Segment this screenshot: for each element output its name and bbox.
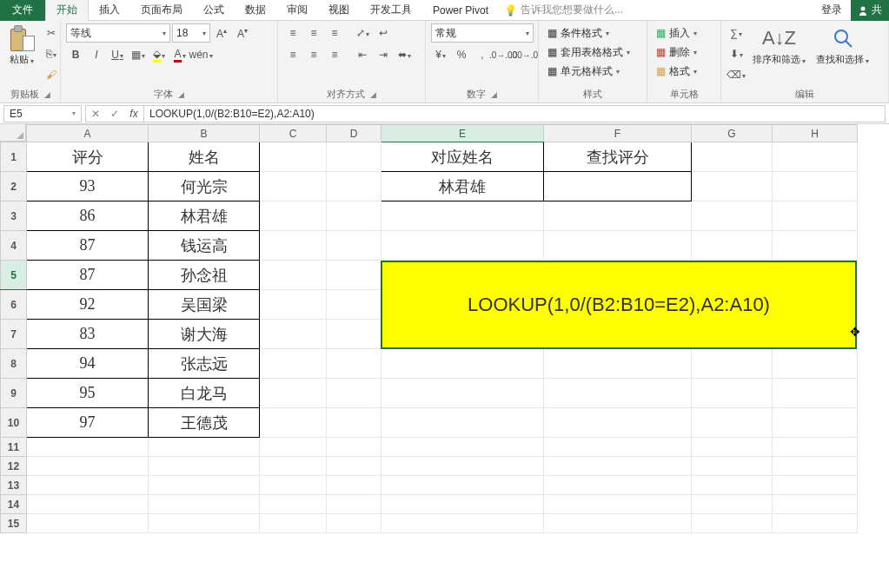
cell-A2[interactable]: 93: [27, 172, 149, 202]
cell-F3[interactable]: [544, 202, 692, 231]
cell-E2[interactable]: 林君雄: [381, 172, 544, 202]
cell-C8[interactable]: [260, 349, 327, 379]
cell-E9[interactable]: [381, 379, 544, 408]
accounting-button[interactable]: ¥: [431, 45, 450, 64]
align-bottom-button[interactable]: ≡: [325, 23, 344, 43]
decrease-font-button[interactable]: A▾: [233, 23, 252, 43]
cell-H10[interactable]: [773, 408, 858, 438]
tab-formulas[interactable]: 公式: [193, 0, 235, 21]
cell-F13[interactable]: [544, 476, 692, 495]
cell-A11[interactable]: [27, 438, 149, 457]
cell-E1[interactable]: 对应姓名: [381, 142, 544, 172]
align-left-button[interactable]: ≡: [283, 45, 302, 64]
cell-A5[interactable]: 87: [27, 261, 149, 290]
cell-H14[interactable]: [773, 495, 858, 514]
copy-button[interactable]: ⎘: [42, 44, 61, 63]
cell-C5[interactable]: [260, 261, 327, 290]
cell-A14[interactable]: [27, 495, 149, 514]
rowhdr-9[interactable]: 9: [1, 379, 27, 408]
border-button[interactable]: ▦: [129, 45, 148, 64]
cell-E14[interactable]: [381, 495, 544, 514]
cell-H11[interactable]: [773, 438, 858, 457]
cell-A3[interactable]: 86: [27, 202, 149, 231]
col-C[interactable]: C: [260, 125, 327, 142]
col-D[interactable]: D: [327, 125, 381, 142]
cell-D13[interactable]: [327, 476, 381, 495]
cell-B1[interactable]: 姓名: [149, 142, 260, 172]
cell-G9[interactable]: [692, 379, 773, 408]
share-button[interactable]: 共: [851, 0, 889, 21]
cell-F9[interactable]: [544, 379, 692, 408]
cell-C2[interactable]: [260, 172, 327, 202]
fill-button[interactable]: ⬇: [726, 44, 746, 63]
cell-A12[interactable]: [27, 457, 149, 476]
font-color-button[interactable]: A: [170, 45, 189, 64]
cell-E8[interactable]: [381, 349, 544, 379]
cell-F1[interactable]: 查找评分: [544, 142, 692, 172]
tab-dev[interactable]: 开发工具: [360, 0, 422, 21]
percent-button[interactable]: %: [452, 45, 471, 64]
font-name-select[interactable]: 等线▾: [66, 23, 170, 43]
bold-button[interactable]: B: [66, 45, 85, 64]
cell-G8[interactable]: [692, 349, 773, 379]
increase-indent-button[interactable]: ⇥: [374, 45, 393, 64]
formula-input[interactable]: LOOKUP(1,0/(B2:B10=E2),A2:A10): [144, 105, 886, 122]
cell-D12[interactable]: [327, 457, 381, 476]
cell-F15[interactable]: [544, 514, 692, 533]
fx-button[interactable]: fx: [124, 106, 143, 122]
cell-C3[interactable]: [260, 202, 327, 231]
align-middle-button[interactable]: ≡: [304, 23, 323, 43]
cell-H1[interactable]: [773, 142, 858, 172]
cell-B14[interactable]: [149, 495, 260, 514]
cell-G13[interactable]: [692, 476, 773, 495]
conditional-format-button[interactable]: ▦条件格式▾: [544, 23, 613, 43]
cell-A1[interactable]: 评分: [27, 142, 149, 172]
cell-B11[interactable]: [149, 438, 260, 457]
cancel-formula-button[interactable]: ✕: [86, 106, 105, 122]
align-launcher[interactable]: ◢: [370, 90, 376, 99]
underline-button[interactable]: U: [108, 45, 127, 64]
rowhdr-12[interactable]: 12: [1, 457, 27, 476]
col-A[interactable]: A: [27, 125, 149, 142]
cell-C10[interactable]: [260, 408, 327, 438]
tab-insert[interactable]: 插入: [89, 0, 130, 21]
cell-C7[interactable]: [260, 320, 327, 349]
cell-A7[interactable]: 83: [27, 320, 149, 349]
cell-H2[interactable]: [773, 172, 858, 202]
cell-B4[interactable]: 钱运高: [149, 231, 260, 261]
cell-B10[interactable]: 王德茂: [149, 408, 260, 438]
cell-B8[interactable]: 张志远: [149, 349, 260, 379]
col-F[interactable]: F: [544, 125, 692, 142]
rowhdr-13[interactable]: 13: [1, 476, 27, 495]
rowhdr-2[interactable]: 2: [1, 172, 27, 202]
delete-cells-button[interactable]: ▦删除▾: [653, 43, 700, 62]
tab-review[interactable]: 审阅: [276, 0, 318, 21]
tab-file[interactable]: 文件: [0, 0, 45, 21]
cell-G14[interactable]: [692, 495, 773, 514]
format-painter-button[interactable]: 🖌: [42, 65, 61, 84]
cell-E3[interactable]: [381, 202, 544, 231]
cell-D8[interactable]: [327, 349, 381, 379]
align-top-button[interactable]: ≡: [283, 23, 302, 43]
spreadsheet-grid[interactable]: A B C D E F G H 1 评分 姓名 对应姓名 查找评分 2 93 何…: [0, 124, 889, 533]
cell-H15[interactable]: [773, 514, 858, 533]
decrease-decimal-button[interactable]: .00→.0: [514, 45, 534, 64]
cell-C14[interactable]: [260, 495, 327, 514]
cell-A10[interactable]: 97: [27, 408, 149, 438]
tab-layout[interactable]: 页面布局: [130, 0, 193, 21]
tell-me[interactable]: 💡 告诉我您想要做什么...: [504, 3, 623, 17]
cell-A9[interactable]: 95: [27, 379, 149, 408]
cell-C4[interactable]: [260, 231, 327, 261]
cell-B9[interactable]: 白龙马: [149, 379, 260, 408]
cell-H12[interactable]: [773, 457, 858, 476]
cell-E11[interactable]: [381, 438, 544, 457]
cell-F12[interactable]: [544, 457, 692, 476]
cell-D15[interactable]: [327, 514, 381, 533]
cell-D4[interactable]: [327, 231, 381, 261]
cell-C6[interactable]: [260, 290, 327, 320]
cell-A4[interactable]: 87: [27, 231, 149, 261]
cell-B5[interactable]: 孙念祖: [149, 261, 260, 290]
cell-F4[interactable]: [544, 231, 692, 261]
cell-D3[interactable]: [327, 202, 381, 231]
italic-button[interactable]: I: [87, 45, 106, 64]
